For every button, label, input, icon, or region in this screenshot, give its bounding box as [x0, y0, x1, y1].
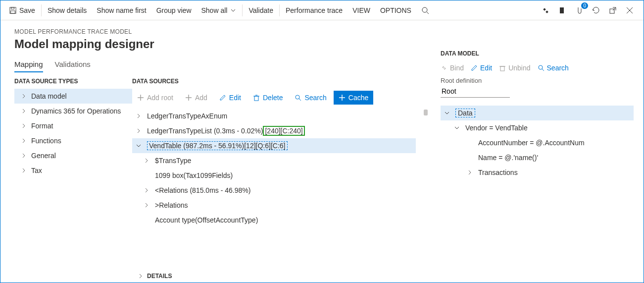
type-d365fo[interactable]: Dynamics 365 for Operations [14, 104, 132, 118]
trash-icon [499, 64, 506, 71]
svg-rect-23 [500, 66, 504, 71]
options-button[interactable]: OPTIONS [375, 0, 416, 20]
caret-down-icon [454, 125, 459, 130]
type-general[interactable]: General [14, 148, 132, 163]
data-sources-panel: DATA SOURCES Add root Add Edit Delete Se… [132, 78, 431, 283]
topbar-right: 0 [541, 5, 640, 15]
performance-trace-button[interactable]: Performance trace [281, 0, 347, 20]
tab-validations[interactable]: Validations [55, 60, 91, 72]
tab-mapping[interactable]: Mapping [14, 60, 43, 72]
caret-right-icon [144, 188, 149, 193]
caret-right-icon [144, 203, 149, 208]
cache-button[interactable]: Cache [334, 91, 373, 105]
delete-button[interactable]: Delete [248, 91, 288, 105]
caret-down-icon [136, 143, 141, 148]
show-all-dropdown[interactable]: Show all [197, 0, 242, 20]
types-title: DATA SOURCE TYPES [14, 78, 132, 85]
group-view-button[interactable]: Group view [151, 0, 197, 20]
tabs: Mapping Validations [14, 60, 431, 73]
popout-button[interactable] [608, 5, 618, 15]
ds-vendtable[interactable]: VendTable (987.2ms - 56.91%)[12][Q:6][C:… [132, 138, 416, 153]
datamodel-toolbar: Bind Edit Unbind Search [441, 64, 634, 72]
add-button[interactable]: Add [180, 91, 212, 105]
plus-icon [339, 94, 346, 101]
search-icon [295, 94, 301, 101]
svg-rect-5 [543, 8, 546, 11]
unbind-button[interactable]: Unbind [499, 64, 530, 72]
ds-1099box[interactable]: 1099 box(Tax1099Fields) [132, 168, 416, 183]
ds-relations-in[interactable]: <Relations (815.0ms - 46.98%) [132, 183, 416, 198]
ds-account-type[interactable]: Account type(OffsetAccountType) [132, 213, 416, 227]
search-button[interactable]: Search [290, 91, 331, 105]
add-root-button[interactable]: Add root [132, 91, 178, 105]
office-icon[interactable] [557, 5, 567, 15]
caret-right-icon [144, 158, 149, 163]
columns: DATA SOURCE TYPES Data model Dynamics 36… [14, 78, 431, 283]
edit-button[interactable]: Edit [214, 91, 246, 105]
view-button[interactable]: VIEW [347, 0, 375, 20]
dm-name[interactable]: Name = @.'name()' [441, 150, 634, 165]
caret-right-icon [21, 123, 26, 128]
main-panel: MODEL PERFORMANCE TRACE MODEL Model mapp… [0, 20, 431, 283]
save-button[interactable]: Save [4, 0, 40, 20]
save-label: Save [19, 6, 35, 14]
chevron-down-icon [230, 7, 236, 13]
connect-icon[interactable] [541, 5, 550, 15]
sources-title: DATA SOURCES [132, 78, 431, 85]
svg-line-26 [542, 69, 544, 71]
svg-point-25 [539, 65, 543, 69]
notification-badge: 0 [581, 2, 588, 9]
pencil-icon [219, 94, 226, 101]
root-def-label: Root definition [441, 77, 634, 84]
type-tax[interactable]: Tax [14, 163, 132, 178]
dm-transactions[interactable]: Transactions [441, 165, 634, 180]
scrollbar-thumb[interactable] [424, 110, 428, 115]
bind-button[interactable]: Bind [441, 64, 464, 72]
topbar-left: Save Show details Show name first Group … [4, 0, 541, 20]
caret-right-icon [467, 170, 472, 175]
close-button[interactable] [625, 5, 635, 15]
data-model-tree: Data Vendor = VendTable AccountNumber = … [441, 106, 634, 180]
datamodel-title: DATA MODEL [441, 50, 634, 57]
svg-line-20 [299, 99, 301, 101]
ds-relations-out[interactable]: >Relations [132, 198, 416, 213]
refresh-icon [592, 6, 600, 14]
validate-button[interactable]: Validate [244, 0, 278, 20]
type-functions[interactable]: Functions [14, 133, 132, 148]
search-button[interactable] [416, 0, 434, 20]
svg-rect-6 [545, 10, 548, 13]
type-data-model[interactable]: Data model [14, 89, 132, 104]
divider [41, 4, 42, 16]
save-icon [9, 7, 16, 14]
page-title: Model mapping designer [14, 37, 431, 51]
caret-right-icon [21, 153, 26, 158]
show-name-first-button[interactable]: Show name first [92, 0, 151, 20]
search-icon [538, 64, 545, 71]
svg-rect-2 [11, 10, 15, 13]
ds-ledgertranstypelist[interactable]: LedgerTransTypeList (0.3ms - 0.02%)[240]… [132, 123, 416, 138]
close-icon [626, 7, 633, 14]
notifications-button[interactable]: 0 [574, 5, 584, 15]
ds-ledgertranstypeaxenum[interactable]: LedgerTransTypeAxEnum [132, 109, 416, 123]
type-format[interactable]: Format [14, 118, 132, 133]
edit-model-button[interactable]: Edit [471, 64, 492, 72]
selected-label: VendTable (987.2ms - 56.91%)[12][Q:6][C:… [147, 141, 288, 150]
root-def-input[interactable] [441, 85, 510, 98]
caret-right-icon [21, 168, 26, 173]
dm-data[interactable]: Data [441, 106, 634, 120]
refresh-button[interactable] [591, 5, 601, 15]
pencil-icon [471, 64, 478, 71]
search-icon [421, 6, 429, 14]
details-expander[interactable]: DETAILS [138, 273, 431, 280]
divider [279, 4, 280, 16]
data-model-panel: DATA MODEL Bind Edit Unbind Search Root … [431, 20, 644, 283]
ds-transtype[interactable]: $TransType [132, 153, 416, 168]
plus-icon [137, 94, 144, 101]
search-model-button[interactable]: Search [538, 64, 569, 72]
plus-icon [185, 94, 192, 101]
show-details-button[interactable]: Show details [43, 0, 92, 20]
dm-account-number[interactable]: AccountNumber = @.AccountNum [441, 135, 634, 150]
svg-line-4 [427, 12, 429, 14]
dm-vendor[interactable]: Vendor = VendTable [441, 120, 634, 135]
caret-down-icon [445, 111, 449, 115]
